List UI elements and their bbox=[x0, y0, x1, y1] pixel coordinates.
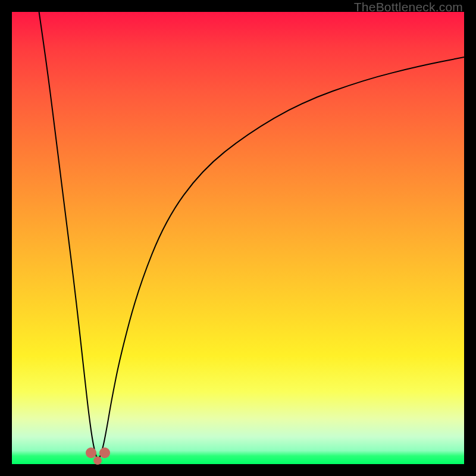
bottleneck-curve bbox=[39, 12, 464, 459]
watermark-text: TheBottleneck.com bbox=[354, 0, 463, 14]
outer-frame: TheBottleneck.com bbox=[0, 0, 476, 476]
curve-svg bbox=[12, 12, 464, 464]
trough-right-marker bbox=[99, 447, 110, 458]
plot-area bbox=[12, 12, 464, 464]
